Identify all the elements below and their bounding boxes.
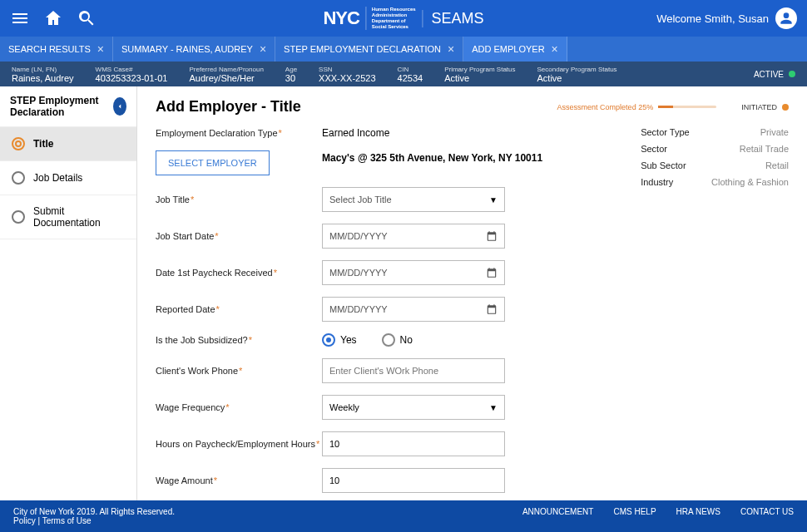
first-paycheck-date-input[interactable]: MM/DD/YYYY [322,260,505,285]
brand: NYC Human Resources Administration Depar… [323,7,483,30]
copyright: City of New York 2019. All Rights Reserv… [13,507,175,516]
brand-subtitle: Human Resources Administration Departmen… [366,7,416,30]
tab-search-results[interactable]: SEARCH RESULTS× [0,37,113,62]
avatar-icon[interactable] [775,7,797,29]
select-employer-button[interactable]: SELECT EMPLOYER [156,150,270,175]
page-title: Add Employer - Title [156,98,301,116]
progress-bar [658,106,716,108]
wage-amount-input[interactable] [322,468,505,493]
tab-add-employer[interactable]: ADD EMPLOYER× [463,37,567,62]
collapse-icon[interactable] [113,97,126,116]
radio-icon [322,333,335,347]
tab-bar: SEARCH RESULTS× SUMMARY - RAINES, AUDREY… [0,37,807,62]
brand-nyc: NYC [323,7,359,29]
calendar-icon[interactable] [486,230,498,242]
close-icon[interactable]: × [260,42,266,56]
calendar-icon[interactable] [486,303,498,315]
status-dot-icon [789,71,795,77]
initiated-badge: INITIATED [741,103,789,111]
welcome-label: Welcome Smith, Susan [656,12,769,25]
sidebar-item-submit-docs[interactable]: Submit Documentation [0,195,136,239]
sidebar-title: STEP Employment Declaration [10,95,113,118]
menu-icon[interactable] [10,8,30,28]
close-icon[interactable]: × [552,42,558,56]
employer-value: Macy's @ 325 5th Avenue, New York, NY 10… [322,152,624,164]
tab-label: SEARCH RESULTS [8,44,91,54]
footer-link-hra-news[interactable]: HRA NEWS [676,507,720,516]
reported-date-input[interactable]: MM/DD/YYYY [322,297,505,322]
sidebar-item-title[interactable]: Title [0,127,136,161]
job-start-date-input[interactable]: MM/DD/YYYY [322,224,505,249]
subsidized-yes-radio[interactable]: Yes [322,333,357,347]
calendar-icon[interactable] [486,267,498,278]
close-icon[interactable]: × [97,42,104,56]
status-dot-icon [782,104,789,111]
brand-seams: SEAMS [423,10,484,27]
assessment-progress: Assessment Completed 25% [557,103,717,111]
footer-link-announcement[interactable]: ANNOUNCEMENT [522,507,594,516]
radio-icon [382,333,395,347]
footer-link-contact[interactable]: CONTACT US [740,507,794,516]
step-indicator-icon [12,137,25,150]
content-area: Add Employer - Title Assessment Complete… [137,86,807,500]
hours-input[interactable] [322,431,505,456]
sector-panel: Sector TypePrivate SectorRetail Trade Su… [641,127,789,500]
tab-label: STEP EMPLOYMENT DECLARATION [284,44,441,54]
work-phone-input[interactable] [322,358,505,383]
chevron-down-icon: ▼ [489,403,498,412]
tab-step-employment[interactable]: STEP EMPLOYMENT DECLARATION× [275,37,463,62]
policy-link[interactable]: Policy [13,516,36,525]
sidebar-item-job-details[interactable]: Job Details [0,161,136,195]
tab-summary[interactable]: SUMMARY - RAINES, AUDREY× [113,37,275,62]
tab-label: ADD EMPLOYER [472,44,544,54]
footer-link-cms-help[interactable]: CMS HELP [613,507,656,516]
wage-frequency-select[interactable]: Weekly▼ [322,395,505,420]
declaration-type-value: Earned Income [322,127,624,139]
step-indicator-icon [12,171,25,185]
status-badge: ACTIVE [754,70,795,79]
job-title-select[interactable]: Select Job Title▼ [322,187,505,212]
sidebar: STEP Employment Declaration Title Job De… [0,86,137,500]
case-banner: Name (LN, FN)Raines, Audrey WMS Case#403… [0,62,807,86]
chevron-down-icon: ▼ [489,195,498,204]
subsidized-no-radio[interactable]: No [382,333,413,347]
footer: City of New York 2019. All Rights Reserv… [0,500,807,532]
step-indicator-icon [12,210,25,224]
terms-link[interactable]: Terms of Use [42,516,92,525]
tab-label: SUMMARY - RAINES, AUDREY [121,44,253,54]
welcome-text: Welcome Smith, Susan [656,7,797,29]
top-bar: NYC Human Resources Administration Depar… [0,0,807,37]
sidebar-header: STEP Employment Declaration [0,86,136,127]
close-icon[interactable]: × [448,42,454,56]
home-icon[interactable] [43,8,63,28]
search-icon[interactable] [77,8,97,28]
